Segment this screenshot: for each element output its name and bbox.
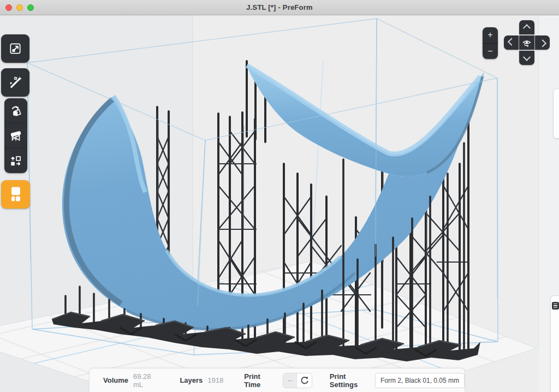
zoom-control: + −: [483, 27, 498, 59]
titlebar: J.STL [*] - PreForm: [0, 0, 559, 15]
printer-cartridge-icon: [8, 185, 24, 204]
print-time-label: Print Time: [244, 372, 277, 389]
chevron-up-icon: [523, 24, 531, 32]
rotate-icon: [9, 104, 23, 118]
scene-canvas[interactable]: [0, 15, 559, 392]
rotate-right-button[interactable]: [535, 35, 550, 50]
layers-label: Layers: [180, 376, 203, 384]
layers-group: Layers 1918: [180, 376, 223, 384]
rotate-up-button[interactable]: [519, 20, 534, 34]
tool-group: [4, 98, 27, 173]
scale-tool-button[interactable]: [1, 34, 29, 63]
scale-icon: [8, 41, 22, 56]
list-icon: [552, 302, 559, 310]
chevron-down-icon: [523, 54, 531, 61]
viewport-3d[interactable]: [0, 15, 559, 392]
zoom-in-button[interactable]: +: [483, 27, 498, 44]
layout-tool-button[interactable]: [4, 149, 27, 173]
supports-icon: [9, 129, 23, 143]
print-settings-group: Print Settings Form 2, Black 01, 0.05 mm: [330, 372, 465, 389]
print-settings-selector[interactable]: Form 2, Black 01, 0.05 mm: [375, 373, 465, 388]
status-bar: Volume 69.28 mL Layers 1918 Print Time -…: [89, 368, 465, 392]
chevron-left-icon: [507, 38, 515, 46]
magic-wand-icon: [8, 75, 23, 90]
rotate-left-button[interactable]: [504, 35, 519, 50]
volume-group: Volume 69.28 mL: [103, 372, 160, 389]
preform-window: J.STL [*] - PreForm: [0, 0, 559, 392]
rotate-tool-button[interactable]: [4, 98, 27, 123]
layout-icon: [9, 154, 23, 168]
print-settings-label: Print Settings: [330, 372, 370, 389]
view-home-button[interactable]: [519, 35, 534, 50]
layers-value: 1918: [207, 376, 223, 384]
orbit-eye-icon: [521, 37, 532, 48]
supports-tool-button[interactable]: [4, 123, 27, 149]
print-time-group: Print Time --: [244, 372, 312, 389]
right-panel-handle[interactable]: [553, 88, 559, 139]
chevron-right-icon: [538, 39, 546, 47]
model-list-panel-handle[interactable]: [550, 295, 559, 392]
one-click-print-tool-button[interactable]: [1, 68, 29, 97]
print-button[interactable]: [1, 180, 30, 209]
zoom-out-button[interactable]: −: [483, 44, 498, 60]
volume-value: 69.28 mL: [133, 372, 160, 389]
print-time-value: --: [283, 373, 298, 388]
rotate-down-button[interactable]: [519, 51, 534, 65]
refresh-icon: [300, 376, 310, 385]
view-dpad: [504, 20, 549, 65]
volume-label: Volume: [103, 376, 128, 384]
print-time-refresh-button[interactable]: --: [283, 373, 312, 388]
window-title: J.STL [*] - PreForm: [0, 3, 559, 11]
